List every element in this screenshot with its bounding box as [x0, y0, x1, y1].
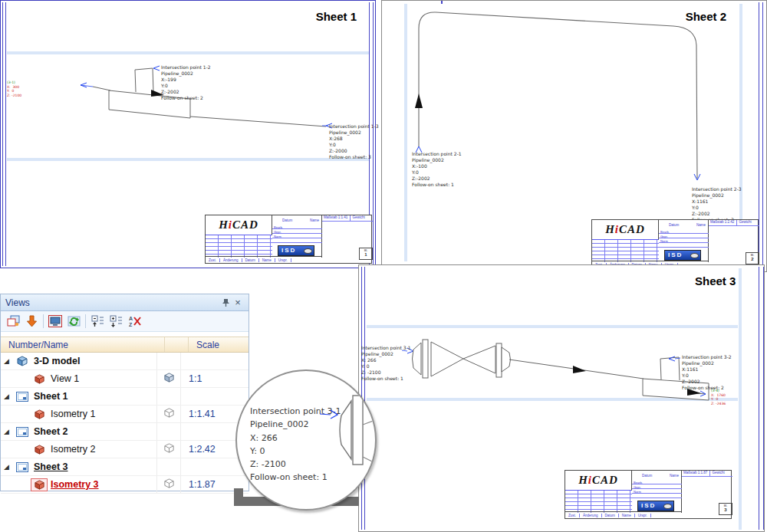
annotation-intersection-1-3: Intersection point 1-3 Pipeline_0002 X:2… — [329, 123, 379, 160]
new-view-button[interactable] — [4, 313, 22, 330]
close-icon[interactable]: × — [232, 297, 244, 309]
wire-cube-icon — [163, 407, 175, 421]
view-border-band — [739, 268, 742, 530]
frame-line — [2, 2, 3, 266]
active-view-button[interactable] — [46, 313, 64, 330]
sheet-title: Sheet 1 — [316, 10, 357, 23]
pipe-end-note: (3-4)X: 1760 Y: 0 Z: -2436 — [711, 380, 726, 410]
views-row-sheet-1[interactable]: ◢ Sheet 1 — [1, 388, 249, 406]
sheet-number-box: Bl.1 — [359, 248, 373, 260]
views-row-isometry-1[interactable]: Isometry 1 1:1.41 — [1, 406, 249, 423]
annotation-intersection-3-1: Intersection point 3-1 Pipeline_0002 X: … — [361, 345, 411, 382]
views-row-isometry-2[interactable]: Isometry 2 1:2.42 — [1, 441, 249, 458]
3d-model-icon — [15, 355, 30, 367]
svg-text:A: A — [129, 316, 133, 321]
views-row-3d-model[interactable]: ◢ 3-D model — [1, 353, 249, 370]
solid-cube-icon — [163, 372, 175, 386]
view-icon — [31, 373, 47, 385]
isd-logo: ISD — [664, 250, 701, 261]
expand-triangle-icon[interactable]: ◢ — [4, 392, 15, 400]
views-row-isometry-3[interactable]: Isometry 3 1:1.87 — [1, 476, 249, 494]
sheet2-window[interactable]: Sheet 2 Intersection point 2-1 Pipeline_… — [381, 0, 767, 272]
frame-line — [5, 2, 6, 266]
title-block: HiCAD DatumName Bearb. Gepr. Norm ISD Ma… — [205, 215, 372, 264]
views-row-view-1[interactable]: View 1 1:1 — [1, 370, 249, 388]
views-row-sheet-2[interactable]: ◢ Sheet 2 — [1, 423, 249, 441]
view-border-band — [404, 4, 407, 261]
hicad-logo: HiCAD — [206, 215, 272, 235]
sheet3-window[interactable]: Sheet 3 Intersection point 3-1 Pipeline_… — [358, 264, 765, 532]
isd-eye-icon — [663, 504, 672, 509]
revision-grid — [565, 491, 632, 513]
pipe-end-note: (3-1)X: 300 Y: 0 Z: -2100 — [7, 72, 21, 102]
hicad-logo: HiCAD — [592, 220, 659, 240]
annotation-intersection-2-1: Intersection point 2-1 Pipeline_0002 X:-… — [412, 151, 462, 188]
expand-triangle-icon[interactable]: ◢ — [4, 357, 15, 365]
title-block: HiCAD DatumName Bearb. Gepr. Norm ISD Ma… — [591, 219, 759, 268]
magnified-flange-drawing — [237, 371, 375, 509]
view-border-band — [7, 51, 369, 54]
hicad-logo: HiCAD — [565, 471, 632, 491]
view-border-band — [367, 398, 738, 401]
sheet-number-box: Bl.3 — [719, 503, 732, 515]
column-header-name[interactable]: Number/Name — [1, 337, 164, 352]
move-down-button[interactable] — [22, 313, 41, 330]
annotation-intersection-2-3: Intersection point 2-3 Pipeline_0002 X:1… — [692, 186, 742, 223]
magnifier-callout: Intersection point 3-1 Pipeline_0002 X: … — [235, 369, 377, 511]
panel-title: Views — [5, 297, 219, 308]
column-header-row: Number/Name Scale — [1, 337, 249, 353]
sheet-icon — [15, 392, 30, 402]
collapse-all-button[interactable] — [88, 313, 107, 330]
view-icon — [31, 479, 47, 491]
sheet1-window[interactable]: Sheet 1 Intersection point 1-2 Pipeline_… — [0, 0, 376, 268]
revision-grid — [206, 235, 272, 258]
wire-cube-icon — [163, 478, 175, 491]
isd-eye-icon — [690, 253, 699, 258]
frame-line — [762, 2, 763, 270]
expand-triangle-icon[interactable]: ◢ — [4, 463, 15, 471]
hicad-workspace: Sheet 1 Intersection point 1-2 Pipeline_… — [0, 0, 767, 532]
isd-eye-icon — [304, 248, 312, 254]
isd-logo: ISD — [278, 245, 314, 256]
expand-triangle-icon[interactable]: ◢ — [4, 428, 15, 435]
toolbar-separator — [85, 314, 86, 328]
views-toolbar: AZ — [1, 311, 249, 332]
refresh-button[interactable] — [64, 313, 83, 330]
sheet-number-box: Bl.2 — [746, 252, 759, 264]
sheet-icon — [15, 427, 30, 437]
delete-sort-button[interactable]: AZ — [125, 313, 143, 330]
frame-tick — [441, 1, 443, 4]
view-border-band — [7, 158, 369, 161]
views-panel: Views × — [0, 294, 249, 491]
revision-grid — [592, 240, 659, 262]
views-row-sheet-3[interactable]: ◢ Sheet 3 — [1, 458, 249, 476]
frame-line — [763, 267, 764, 530]
pin-icon[interactable] — [219, 297, 232, 309]
svg-text:Z: Z — [129, 322, 133, 327]
views-panel-header: Views × — [1, 294, 249, 311]
sheet-icon — [15, 462, 30, 472]
sheet-title: Sheet 2 — [686, 10, 726, 23]
frame-line — [364, 267, 365, 530]
column-header-scale[interactable]: Scale — [188, 337, 249, 352]
toolbar-separator — [43, 314, 44, 328]
view-border-band — [367, 325, 738, 328]
annotation-intersection-1-2: Intersection point 1-2 Pipeline_0002 X:-… — [161, 64, 211, 101]
expand-all-button[interactable] — [107, 313, 125, 330]
view-icon — [31, 409, 47, 420]
frame-line — [759, 267, 759, 530]
sheet-title: Sheet 3 — [695, 274, 736, 287]
view-icon — [31, 444, 47, 455]
title-block: HiCAD DatumName Bearb. Gepr. Norm ISD Ma… — [565, 470, 732, 519]
isd-logo: ISD — [637, 501, 674, 511]
wire-cube-icon — [163, 442, 175, 456]
